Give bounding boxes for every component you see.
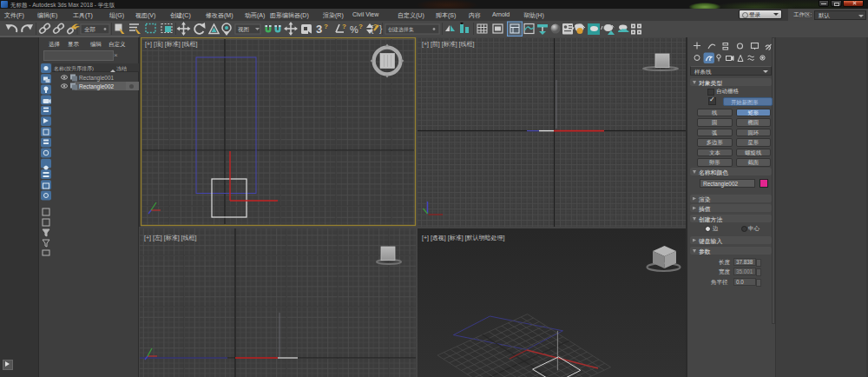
svg-text:?: ? [324, 23, 328, 30]
svg-text:3: 3 [316, 23, 322, 36]
svg-text:?: ? [358, 23, 363, 30]
svg-text:[+] [左] [标准] [线框]: [+] [左] [标准] [线框] [144, 235, 197, 241]
svg-text:[+] [透视] [标准] [默认明暗处理]: [+] [透视] [标准] [默认明暗处理] [422, 235, 505, 241]
svg-text:[+] [前] [标准] [线框]: [+] [前] [标准] [线框] [422, 41, 475, 48]
svg-text:?: ? [342, 23, 346, 30]
svg-text:视图: 视图 [238, 26, 249, 33]
svg-text:%: % [350, 24, 358, 35]
svg-text:创建选择集: 创建选择集 [388, 27, 414, 33]
svg-text:全部: 全部 [84, 26, 95, 33]
svg-text:[+] [顶] [标准] [线框]: [+] [顶] [标准] [线框] [145, 41, 198, 48]
